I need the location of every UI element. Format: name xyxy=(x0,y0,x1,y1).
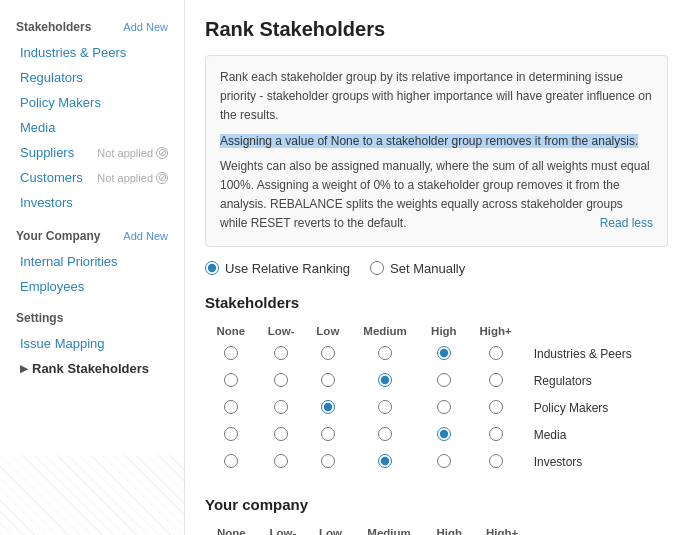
col-none: None xyxy=(205,321,257,341)
col-low-minus: Low- xyxy=(257,321,306,341)
settings-section: Settings Issue Mapping ▶ Rank Stakeholde… xyxy=(0,307,184,381)
page-title: Rank Stakeholders xyxy=(205,18,668,41)
suppliers-badge: Not applied ⊘ xyxy=(97,147,168,159)
stakeholders-section-title: Stakeholders xyxy=(205,294,668,311)
add-new-company-button[interactable]: Add New xyxy=(123,230,168,242)
radio-1-0[interactable] xyxy=(224,373,238,387)
radio-3-0[interactable] xyxy=(224,427,238,441)
sidebar-item-internal-priorities[interactable]: Internal Priorities xyxy=(0,249,184,274)
row-label: Policy Makers xyxy=(524,395,668,422)
col-name xyxy=(524,321,668,341)
read-less-link[interactable]: Read less xyxy=(600,214,653,233)
col-low: Low xyxy=(306,321,350,341)
settings-section-header: Settings xyxy=(0,307,184,331)
radio-4-0[interactable] xyxy=(224,454,238,468)
row-label: Industries & Peers xyxy=(524,341,668,368)
col-medium: Medium xyxy=(350,321,420,341)
your-company-section-title: Your company xyxy=(205,496,668,513)
info-highlight: Assigning a value of None to a stakehold… xyxy=(220,132,653,151)
not-applied-icon: ⊘ xyxy=(156,147,168,159)
radio-0-0[interactable] xyxy=(224,346,238,360)
radio-0-1[interactable] xyxy=(274,346,288,360)
map-background xyxy=(0,455,185,535)
info-line2: Weights can also be assigned manually, w… xyxy=(220,157,653,234)
sidebar-item-investors[interactable]: Investors xyxy=(0,190,184,215)
not-applied-icon-2: ⊘ xyxy=(156,172,168,184)
use-relative-ranking-option[interactable]: Use Relative Ranking xyxy=(205,261,350,276)
yc-col-high: High xyxy=(425,523,474,536)
radio-2-3[interactable] xyxy=(378,400,392,414)
radio-2-2[interactable] xyxy=(321,400,335,414)
radio-2-5[interactable] xyxy=(489,400,503,414)
set-manually-option[interactable]: Set Manually xyxy=(370,261,465,276)
table-row: Investors xyxy=(205,449,668,476)
info-box: Rank each stakeholder group by its relat… xyxy=(205,55,668,247)
radio-4-1[interactable] xyxy=(274,454,288,468)
radio-2-0[interactable] xyxy=(224,400,238,414)
radio-4-2[interactable] xyxy=(321,454,335,468)
sidebar-item-regulators[interactable]: Regulators xyxy=(0,65,184,90)
table-row: Policy Makers xyxy=(205,395,668,422)
yc-col-high-plus: High+ xyxy=(474,523,531,536)
your-company-section-header: Your Company Add New xyxy=(0,225,184,249)
radio-3-1[interactable] xyxy=(274,427,288,441)
info-line1: Rank each stakeholder group by its relat… xyxy=(220,68,653,126)
sidebar-item-suppliers[interactable]: Suppliers Not applied ⊘ xyxy=(0,140,184,165)
sidebar-item-policy-makers[interactable]: Policy Makers xyxy=(0,90,184,115)
radio-1-2[interactable] xyxy=(321,373,335,387)
row-label: Regulators xyxy=(524,368,668,395)
radio-4-4[interactable] xyxy=(437,454,451,468)
col-high: High xyxy=(420,321,468,341)
settings-title: Settings xyxy=(16,311,63,325)
table-row: Industries & Peers xyxy=(205,341,668,368)
relative-ranking-label: Use Relative Ranking xyxy=(225,261,350,276)
radio-2-4[interactable] xyxy=(437,400,451,414)
row-label: Media xyxy=(524,422,668,449)
main-content: Rank Stakeholders Rank each stakeholder … xyxy=(185,0,688,535)
radio-0-4[interactable] xyxy=(437,346,451,360)
radio-0-2[interactable] xyxy=(321,346,335,360)
ranking-options: Use Relative Ranking Set Manually xyxy=(205,261,668,276)
stakeholders-section-title: Stakeholders xyxy=(16,20,91,34)
add-new-stakeholder-button[interactable]: Add New xyxy=(123,21,168,33)
yc-col-name xyxy=(531,523,668,536)
sidebar-item-industries[interactable]: Industries & Peers xyxy=(0,40,184,65)
radio-1-5[interactable] xyxy=(489,373,503,387)
set-manually-label: Set Manually xyxy=(390,261,465,276)
sidebar: Stakeholders Add New Industries & Peers … xyxy=(0,0,185,535)
highlight-span: Assigning a value of None to a stakehold… xyxy=(220,134,638,148)
yc-col-low-minus: Low- xyxy=(258,523,308,536)
radio-1-1[interactable] xyxy=(274,373,288,387)
table-row: Regulators xyxy=(205,368,668,395)
relative-ranking-radio[interactable] xyxy=(205,261,219,275)
col-high-plus: High+ xyxy=(468,321,524,341)
radio-2-1[interactable] xyxy=(274,400,288,414)
radio-0-5[interactable] xyxy=(489,346,503,360)
sidebar-item-media[interactable]: Media xyxy=(0,115,184,140)
yc-col-none: None xyxy=(205,523,258,536)
radio-0-3[interactable] xyxy=(378,346,392,360)
your-company-table: None Low- Low Medium High High+ Internal… xyxy=(205,523,668,536)
stakeholders-table: None Low- Low Medium High High+ Industri… xyxy=(205,321,668,476)
radio-4-3[interactable] xyxy=(378,454,392,468)
settings-item-issue-mapping[interactable]: Issue Mapping xyxy=(0,331,184,356)
radio-3-5[interactable] xyxy=(489,427,503,441)
radio-4-5[interactable] xyxy=(489,454,503,468)
stakeholders-section-header: Stakeholders Add New xyxy=(0,16,184,40)
radio-1-4[interactable] xyxy=(437,373,451,387)
table-row: Media xyxy=(205,422,668,449)
customers-badge: Not applied ⊘ xyxy=(97,172,168,184)
radio-3-3[interactable] xyxy=(378,427,392,441)
radio-3-4[interactable] xyxy=(437,427,451,441)
row-label: Investors xyxy=(524,449,668,476)
sidebar-item-customers[interactable]: Customers Not applied ⊘ xyxy=(0,165,184,190)
arrow-icon: ▶ xyxy=(20,363,28,374)
your-company-title: Your Company xyxy=(16,229,100,243)
radio-1-3[interactable] xyxy=(378,373,392,387)
set-manually-radio[interactable] xyxy=(370,261,384,275)
sidebar-item-employees[interactable]: Employees xyxy=(0,274,184,299)
radio-3-2[interactable] xyxy=(321,427,335,441)
settings-item-rank-stakeholders[interactable]: ▶ Rank Stakeholders xyxy=(0,356,184,381)
yc-col-low: Low xyxy=(308,523,353,536)
yc-col-medium: Medium xyxy=(353,523,425,536)
